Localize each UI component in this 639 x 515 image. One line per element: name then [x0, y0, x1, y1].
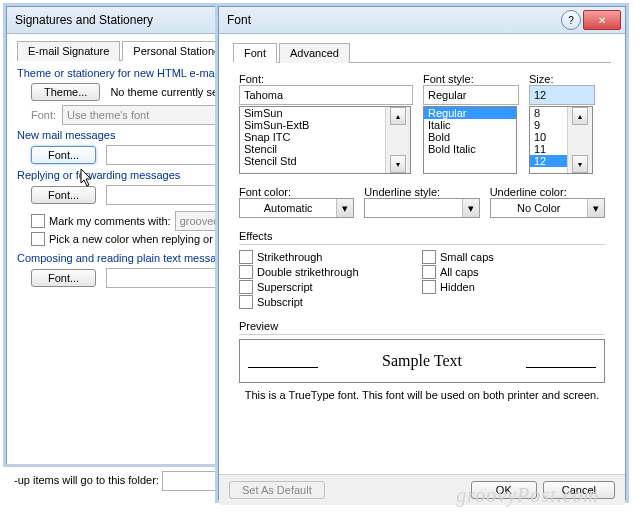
underline-color-label: Underline color:: [490, 186, 605, 198]
font-size-label: Size:: [529, 73, 595, 85]
font-preview: Sample Text: [239, 339, 605, 383]
reply-font-button[interactable]: Font...: [31, 186, 96, 204]
tab-font[interactable]: Font: [233, 43, 277, 63]
font-style-label: Font style:: [423, 73, 519, 85]
set-default-button[interactable]: Set As Default: [229, 481, 325, 499]
font-window: Font ? ✕ Font Advanced Font: SimSun SimS…: [218, 6, 626, 500]
superscript-checkbox[interactable]: Superscript: [239, 280, 422, 294]
subscript-checkbox[interactable]: Subscript: [239, 295, 422, 309]
watermark: groovyPost.com: [456, 484, 599, 507]
font-tabs: Font Advanced: [233, 42, 611, 63]
font-list[interactable]: SimSun SimSun-ExtB Snap ITC Stencil Sten…: [239, 106, 411, 174]
new-mail-font-button[interactable]: Font...: [31, 146, 96, 164]
font-color-dropdown[interactable]: Automatic ▾: [239, 198, 354, 218]
font-field-label: Font:: [239, 73, 413, 85]
list-item[interactable]: Bold: [424, 131, 516, 143]
truetype-note: This is a TrueType font. This font will …: [239, 389, 605, 401]
theme-button[interactable]: Theme...: [31, 83, 100, 101]
no-theme-label: No theme currently sele: [110, 86, 226, 98]
font-titlebar: Font ? ✕: [219, 7, 625, 34]
list-item[interactable]: Regular: [424, 107, 516, 119]
help-button[interactable]: ?: [561, 10, 581, 30]
font-size-input[interactable]: [529, 85, 595, 105]
double-strikethrough-checkbox[interactable]: Double strikethrough: [239, 265, 422, 279]
underline-style-dropdown[interactable]: ▾: [364, 198, 479, 218]
underline-style-label: Underline style:: [364, 186, 479, 198]
font-style-list[interactable]: Regular Italic Bold Bold Italic: [423, 106, 517, 174]
strikethrough-checkbox[interactable]: Strikethrough: [239, 250, 422, 264]
scroll-down-icon[interactable]: ▾: [390, 155, 406, 173]
font-color-label: Font color:: [239, 186, 354, 198]
checkbox-icon: [31, 214, 45, 228]
scroll-down-icon[interactable]: ▾: [572, 155, 588, 173]
font-style-input[interactable]: [423, 85, 519, 105]
hidden-checkbox[interactable]: Hidden: [422, 280, 605, 294]
followup-label: -up items will go to this folder:: [14, 474, 159, 486]
preview-text: Sample Text: [382, 352, 462, 370]
scroll-up-icon[interactable]: ▴: [572, 107, 588, 125]
tab-advanced[interactable]: Advanced: [279, 43, 350, 63]
chevron-down-icon: ▾: [336, 199, 353, 217]
font-label: Font:: [31, 109, 56, 121]
scroll-up-icon[interactable]: ▴: [390, 107, 406, 125]
close-button[interactable]: ✕: [583, 10, 621, 30]
checkbox-icon: [31, 232, 45, 246]
plain-font-button[interactable]: Font...: [31, 269, 96, 287]
list-item[interactable]: Bold Italic: [424, 143, 516, 155]
chevron-down-icon: ▾: [462, 199, 479, 217]
size-list-scrollbar[interactable]: ▴ ▾: [567, 107, 592, 173]
all-caps-checkbox[interactable]: All caps: [422, 265, 605, 279]
font-list-scrollbar[interactable]: ▴ ▾: [385, 107, 410, 173]
underline-color-dropdown[interactable]: No Color ▾: [490, 198, 605, 218]
list-item[interactable]: Italic: [424, 119, 516, 131]
font-size-list[interactable]: 8 9 10 11 12 ▴ ▾: [529, 106, 593, 174]
preview-label: Preview: [239, 320, 278, 332]
font-name-input[interactable]: [239, 85, 413, 105]
font-title: Font: [227, 13, 559, 27]
chevron-down-icon: ▾: [587, 199, 604, 217]
small-caps-checkbox[interactable]: Small caps: [422, 250, 605, 264]
effects-label: Effects: [239, 230, 272, 242]
tab-email-signature[interactable]: E-mail Signature: [17, 41, 120, 61]
